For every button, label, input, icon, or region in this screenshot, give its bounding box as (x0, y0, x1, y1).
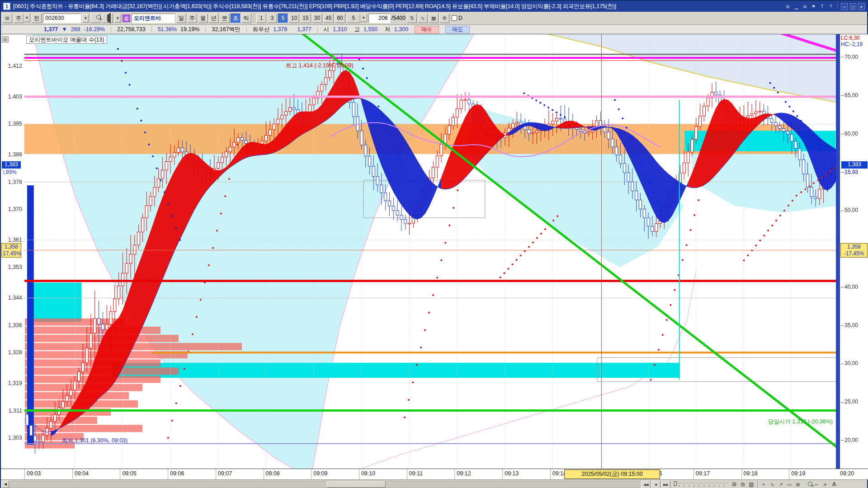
pin-icon[interactable]: ⚑ (810, 3, 817, 10)
high-change-label: HC:-2,19 (841, 41, 863, 47)
title-bar: 1 [0601] 주식종합차트 - 유통비율[64.3] 거래대금[32,167… (1, 1, 867, 12)
bar-count-field[interactable]: 206 (368, 14, 390, 23)
zoom-search-button[interactable] (803, 481, 811, 488)
interval-button-1[interactable]: 1 (256, 14, 266, 23)
d-checkbox-label: D (458, 15, 462, 21)
period-button-초[interactable]: 초 (231, 14, 241, 23)
interval-button-15[interactable]: 15 (300, 14, 311, 23)
drawing-tool-icons: ⌖∿↗▭⊠ (760, 481, 802, 488)
current-price-badge-left: 1,383 (2, 161, 21, 169)
time-label: 09:12 (454, 469, 502, 480)
period-button-분[interactable]: 분 (220, 14, 230, 23)
code-combo-arrow-icon[interactable]: ▼ (82, 14, 89, 23)
font-size-icon[interactable]: T (819, 3, 826, 10)
right-price-axis[interactable]: LC:6,30 HC:-2,19 70,0065,0060,0055,0050,… (840, 34, 868, 469)
save-icon[interactable]: ▦ (429, 14, 439, 23)
tick-combo-arrow-icon[interactable]: ▼ (360, 14, 367, 22)
current-price-badge-right: 1,383 (841, 161, 868, 169)
period-button-틱[interactable]: 틱 (241, 14, 251, 23)
right-axis-tick: 50,00 (841, 207, 858, 213)
sell-button[interactable]: 매도 (445, 26, 470, 33)
help-icon[interactable]: ? (827, 3, 834, 10)
low-price: 1,300 (394, 26, 408, 33)
legend-collapse-button[interactable] (2, 36, 9, 42)
best-bid: 1,377 (297, 26, 311, 33)
settings-gear-icon[interactable]: ⚙ (439, 14, 449, 23)
minimize-button[interactable]: ─ (841, 3, 848, 10)
period-button-일[interactable]: 일 (176, 14, 186, 23)
add-window-icon[interactable]: ⊞ (730, 481, 738, 488)
market-combo[interactable]: 주 (14, 14, 24, 23)
trend-tool-icon[interactable]: ↗ (777, 481, 785, 488)
zoom-in-button[interactable]: + (821, 481, 829, 488)
period-button-년[interactable]: 년 (209, 14, 219, 23)
period-button-월[interactable]: 월 (198, 14, 208, 23)
speed-slider[interactable] (673, 481, 727, 488)
interval-button-30[interactable]: 30 (312, 14, 322, 23)
duplicate-icon[interactable]: ⧉ (802, 3, 808, 10)
duplicate-window-icon[interactable]: ⧉ (739, 481, 747, 488)
margin-badge: 증 (123, 14, 130, 22)
scrollbar-track[interactable] (10, 481, 641, 488)
rewind-button[interactable]: ◀◀ (642, 481, 651, 488)
layout-icon[interactable]: ⊞ (2, 14, 12, 23)
wave-tool-icon[interactable]: ∿ (768, 481, 776, 488)
trendline-icon[interactable]: ∿ (418, 14, 428, 23)
box-tool-icon[interactable]: ▭ (785, 481, 793, 488)
scrollbar-thumb[interactable] (327, 481, 386, 488)
stock-search-button[interactable] (90, 14, 100, 23)
crosshair-tool-icon[interactable]: ⌖ (760, 481, 768, 488)
chart-window-icons: ⊞⧉▨ (730, 481, 755, 488)
interval-button-3[interactable]: 3 (267, 14, 277, 23)
interval-button-45[interactable]: 45 (323, 14, 334, 23)
tick-count-combo[interactable]: 5 (347, 14, 360, 23)
stock-code-input[interactable] (45, 15, 73, 21)
chart-area[interactable]: 1,4121,4031,3951,3861,3781,3701,3611,353… (1, 34, 868, 469)
font-resize-button[interactable]: A (830, 481, 838, 488)
stock-name-field[interactable]: 오리엔트바 (132, 14, 175, 23)
left-price-label: 1,412 (8, 63, 22, 69)
left-price-label: 1,311 (9, 408, 22, 414)
left-price-label: 1,344 (8, 295, 22, 301)
close-button[interactable]: × (858, 3, 865, 10)
compare-chart-icon[interactable]: ⇅ (407, 14, 417, 23)
crosshair-time-badge: 2025/05/02(금) 09:15:00 (564, 469, 660, 479)
time-label: 09:03 (24, 469, 75, 480)
sound-combo-arrow-icon[interactable]: ▼ (114, 14, 121, 23)
interval-button-60[interactable]: 60 (335, 14, 345, 23)
turnover-ratio: 19.19% (180, 26, 199, 33)
popout-icon[interactable]: ⧉ (784, 3, 791, 10)
bottom-scroll-bar: ◀ ◀◀■▶▶ ⊞⧉▨ ⌖∿↗▭⊠ − + A (1, 479, 867, 488)
period-button-주[interactable]: 주 (187, 14, 197, 23)
chart-canvas[interactable]: 1,4121,4031,3951,3861,3781,3701,3611,353… (1, 34, 840, 469)
volume: 22,758,733 (117, 26, 146, 33)
slider-thumb[interactable] (674, 481, 677, 486)
left-price-label: 1,395 (8, 121, 22, 127)
time-label: 09:17 (693, 469, 741, 480)
pattern-tool-icon[interactable]: ⊠ (794, 481, 802, 488)
area-pattern-icon[interactable]: ▨ (747, 481, 755, 488)
best-ask: 1,378 (273, 26, 287, 33)
forward-button[interactable]: ▶▶ (661, 481, 670, 488)
time-label: 09:19 (789, 469, 837, 480)
interval-button-5[interactable]: 5 (278, 14, 288, 23)
scroll-left-arrow-icon[interactable]: ◀ (2, 481, 9, 488)
buy-button[interactable]: 매수 (415, 26, 439, 33)
interval-button-10[interactable]: 10 (289, 14, 299, 23)
bar-total-label: /5400 (392, 15, 406, 21)
stop-button[interactable]: ■ (651, 481, 660, 488)
high-annotation: 최고 1,414 (-2.19%, 09:09) (286, 62, 353, 69)
sound-button[interactable] (102, 14, 113, 23)
low-label: 저 (385, 26, 391, 33)
zoom-out-button[interactable]: − (812, 481, 820, 488)
minimize-panel-icon[interactable]: ▁ (793, 3, 800, 10)
d-checkbox[interactable] (452, 15, 457, 21)
left-price-label: 1,303 (8, 435, 22, 441)
chart-toolbar: ⊞ 주 ▼ 전 ▼ ▼ 증 오리엔트바 일주월년분초틱 135101530456… (1, 12, 867, 25)
prev-stock-button[interactable]: 전 (32, 14, 42, 23)
time-label: 09:06 (168, 469, 216, 480)
current-price-pct-left: \,93% (3, 169, 17, 175)
market-combo-arrow-icon[interactable]: ▼ (24, 14, 30, 22)
maximize-button[interactable]: □ (849, 3, 856, 10)
indicator-legend[interactable]: 오리엔트바이오 매물대 수(13) (26, 36, 107, 44)
